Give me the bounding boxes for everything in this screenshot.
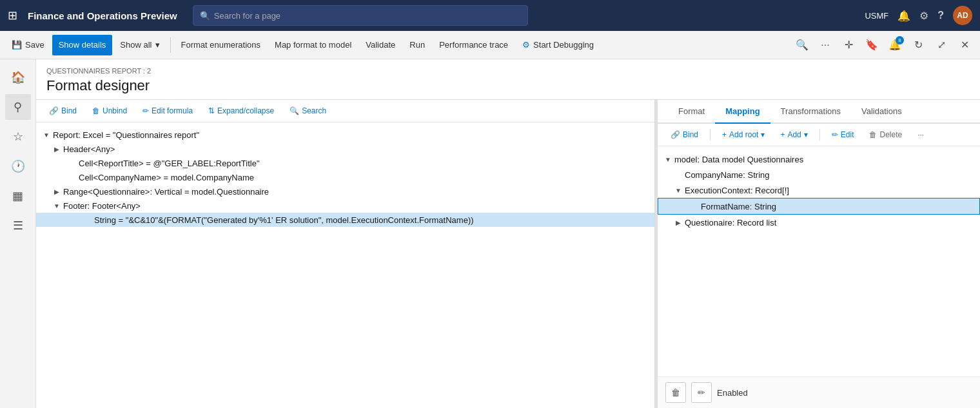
bell-icon[interactable]: 🔔 xyxy=(897,10,910,22)
tree-item-selected[interactable]: ▶ String = "&C&10"&(FORMAT("Generated by… xyxy=(36,213,654,227)
main-layout: 🏠 ⚲ ☆ 🕐 ▦ ☰ QUESTIONNAIRES REPORT : 2 Fo… xyxy=(0,59,980,408)
plus-icon: + xyxy=(722,130,727,139)
right-tabs: Format Mapping Transformations Validatio… xyxy=(658,100,980,124)
sidebar-favorites-icon[interactable]: ☆ xyxy=(5,124,31,150)
avatar[interactable]: AD xyxy=(953,6,972,25)
tab-transformations[interactable]: Transformations xyxy=(770,100,851,124)
left-panel: 🔗 Bind 🗑 Unbind ✏ Edit formula ⇅ Expand/… xyxy=(36,100,655,408)
add-button[interactable]: + Add ▾ xyxy=(775,128,812,142)
settings-icon[interactable]: ⚙ xyxy=(919,10,928,22)
show-details-button[interactable]: Show details xyxy=(52,35,113,55)
performance-trace-button[interactable]: Performance trace xyxy=(433,35,514,55)
show-all-button[interactable]: Show all ▾ xyxy=(113,35,166,55)
tab-mapping[interactable]: Mapping xyxy=(715,100,770,124)
run-button[interactable]: Run xyxy=(403,35,431,55)
right-tree-item[interactable]: ▶ CompanyName: String xyxy=(658,167,980,182)
right-panel: Format Mapping Transformations Validatio… xyxy=(658,100,980,408)
page-title: Format designer xyxy=(46,77,970,94)
right-tree-item-label: CompanyName: String xyxy=(685,170,770,180)
link-icon: 🔗 xyxy=(49,106,59,115)
edit-formula-button[interactable]: ✏ Edit formula xyxy=(137,104,198,118)
close-button[interactable]: ✕ xyxy=(954,35,975,55)
unbind-button[interactable]: 🗑 Unbind xyxy=(87,104,132,118)
left-sidebar: 🏠 ⚲ ☆ 🕐 ▦ ☰ xyxy=(0,59,36,408)
pencil-icon: ✏ xyxy=(698,387,705,398)
sidebar-list-icon[interactable]: ☰ xyxy=(5,213,31,238)
save-button[interactable]: 💾 Save xyxy=(5,35,51,55)
plus-icon: + xyxy=(780,130,785,139)
right-tree-item[interactable]: ▼ model: Data model Questionnaires xyxy=(658,151,980,167)
app-title: Finance and Operations Preview xyxy=(28,10,177,21)
tree-item[interactable]: ▼ Report: Excel = "Questionnaires report… xyxy=(36,128,654,142)
link-icon: 🔗 xyxy=(671,130,680,139)
right-bottom-bar: 🗑 ✏ Enabled xyxy=(658,376,980,408)
map-format-to-model-button[interactable]: Map format to model xyxy=(268,35,358,55)
designer-body: 🔗 Bind 🗑 Unbind ✏ Edit formula ⇅ Expand/… xyxy=(36,100,980,408)
chevron-icon: ▾ xyxy=(804,130,808,139)
right-bind-button[interactable]: 🔗 Bind xyxy=(665,128,703,142)
expand-icon: ▶ xyxy=(673,217,683,228)
tab-validations[interactable]: Validations xyxy=(851,100,912,124)
validate-button[interactable]: Validate xyxy=(359,35,402,55)
main-toolbar: 💾 Save Show details Show all ▾ Format en… xyxy=(0,31,980,59)
sidebar-history-icon[interactable]: 🕐 xyxy=(5,153,31,179)
top-navigation: ⊞ Finance and Operations Preview 🔍 Searc… xyxy=(0,0,980,31)
right-tree-item-label: model: Data model Questionnaires xyxy=(674,155,803,164)
toolbar-more-button[interactable]: ··· xyxy=(815,35,836,55)
global-search[interactable]: 🔍 Search for a page xyxy=(193,5,528,26)
tree-item-label: Footer: Footer<Any> xyxy=(63,201,141,211)
tree-item[interactable]: ▶ Range<Questionnaire>: Vertical = model… xyxy=(36,184,654,199)
bottom-delete-button[interactable]: 🗑 xyxy=(665,382,686,403)
tree-item[interactable]: ▼ Footer: Footer<Any> xyxy=(36,199,654,213)
tree-item-label: Header<Any> xyxy=(63,144,115,154)
start-debugging-button[interactable]: ⚙ Start Debugging xyxy=(516,35,600,55)
save-icon: 💾 xyxy=(12,40,22,50)
chevron-down-icon: ▾ xyxy=(155,40,160,50)
right-tree-item[interactable]: ▼ ExecutionContext: Record[!] xyxy=(658,182,980,198)
tree-item-label: Cell<ReportTitle> = @"GER_LABEL:ReportTi… xyxy=(79,159,260,168)
edit-button[interactable]: ✏ Edit xyxy=(827,128,859,142)
sidebar-grid-icon[interactable]: ▦ xyxy=(5,183,31,209)
format-tree: ▼ Report: Excel = "Questionnaires report… xyxy=(36,122,654,408)
sidebar-home-icon[interactable]: 🏠 xyxy=(5,64,31,90)
right-tree-item-label: ExecutionContext: Record[!] xyxy=(685,186,789,195)
collapse-icon: ▼ xyxy=(41,130,52,140)
delete-button[interactable]: 🗑 Delete xyxy=(864,128,907,142)
notification-badge: 8 xyxy=(896,36,904,44)
expand-collapse-button[interactable]: ⇅ Expand/collapse xyxy=(203,104,279,118)
unlink-icon: 🗑 xyxy=(92,106,100,115)
right-panel-toolbar: 🔗 Bind + Add root ▾ + Add ▾ xyxy=(658,124,980,146)
refresh-button[interactable]: ↻ xyxy=(908,35,928,55)
right-tree-item[interactable]: ▶ Questionaire: Record list xyxy=(658,215,980,230)
trash-icon: 🗑 xyxy=(869,130,877,139)
breadcrumb: QUESTIONNAIRES REPORT : 2 xyxy=(46,67,970,75)
tab-format[interactable]: Format xyxy=(668,100,715,124)
tree-item-label: Report: Excel = "Questionnaires report" xyxy=(53,130,199,140)
tree-item[interactable]: ▶ Header<Any> xyxy=(36,142,654,156)
search-panel-button[interactable]: 🔍 Search xyxy=(284,104,331,118)
tree-item[interactable]: ▶ Cell<ReportTitle> = @"GER_LABEL:Report… xyxy=(36,156,654,170)
add-root-button[interactable]: + Add root ▾ xyxy=(717,128,770,142)
search-placeholder: Search for a page xyxy=(214,11,280,21)
right-tree-item-selected[interactable]: ▶ FormatName: String xyxy=(658,198,980,215)
toolbar-pin-button[interactable]: ✛ xyxy=(838,35,859,55)
help-icon[interactable]: ? xyxy=(937,10,944,21)
toolbar-bookmark-button[interactable]: 🔖 xyxy=(861,35,882,55)
more-button[interactable]: ··· xyxy=(912,128,929,142)
sidebar-filter-icon[interactable]: ⚲ xyxy=(5,94,31,120)
chevron-icon: ▾ xyxy=(761,130,765,139)
toolbar-search-button[interactable]: 🔍 xyxy=(792,35,812,55)
toolbar-right: 🔍 ··· ✛ 🔖 🔔 8 ↻ ⤢ ✕ xyxy=(792,35,975,55)
expand-button[interactable]: ⤢ xyxy=(931,35,952,55)
expand-icon: ▶ xyxy=(52,186,62,197)
bottom-edit-button[interactable]: ✏ xyxy=(691,382,712,403)
trash-icon: 🗑 xyxy=(671,387,680,398)
right-tree-item-label: FormatName: String xyxy=(701,202,776,211)
format-enumerations-button[interactable]: Format enumerations xyxy=(175,35,268,55)
expand-icon: ⇅ xyxy=(208,106,215,115)
grid-icon[interactable]: ⊞ xyxy=(8,8,17,23)
tree-item[interactable]: ▶ Cell<CompanyName> = model.CompanyName xyxy=(36,170,654,184)
bind-button[interactable]: 🔗 Bind xyxy=(44,104,82,118)
content-area: QUESTIONNAIRES REPORT : 2 Format designe… xyxy=(36,59,980,408)
tree-item-label: String = "&C&10"&(FORMAT("Generated by'%… xyxy=(94,215,474,225)
